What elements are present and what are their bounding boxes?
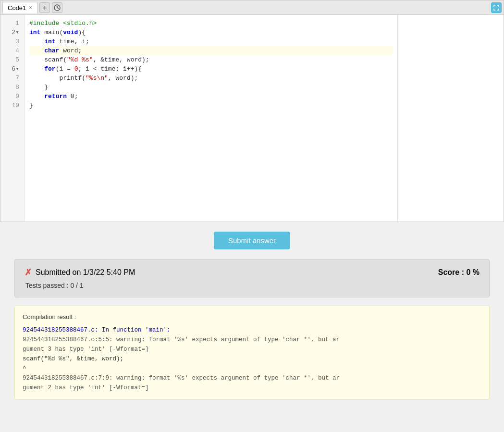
code-token: #include <stdio.h>: [29, 20, 97, 27]
line-num: 7: [0, 74, 24, 83]
code-token: }: [29, 102, 33, 109]
code-line: scanf("%d %s", &time, word);: [29, 55, 393, 64]
status-icon: ✗: [25, 267, 32, 278]
code-token: time, i;: [56, 38, 89, 45]
code-line: #include <stdio.h>: [29, 19, 393, 28]
compilation-line: 924544318255388467.c:5:5: warning: forma…: [23, 335, 481, 345]
code-line: for(i = 0; i < time; i++){: [29, 64, 393, 74]
code-line: return 0;: [29, 92, 393, 101]
compilation-line: 924544318255388467.c: In function 'main'…: [23, 325, 481, 335]
code-token: return: [44, 93, 67, 100]
compilation-box: Compilation result : 924544318255388467.…: [14, 305, 490, 400]
line-num: 6▾: [0, 64, 24, 74]
code-line: }: [29, 101, 393, 110]
line-num: 1: [0, 19, 24, 28]
code-line: int time, i;: [29, 37, 393, 46]
code-token: int: [29, 29, 40, 36]
code-token: ){: [78, 29, 86, 36]
code-line: char word;: [29, 46, 393, 55]
code-token: [29, 38, 44, 45]
code-token: ; i < time; i++){: [78, 65, 142, 73]
code-token: , word);: [108, 74, 138, 82]
line-num: 8: [0, 83, 24, 92]
line-num: 2▾: [0, 28, 24, 37]
submission-result: ✗ Submitted on 1/3/22 5:40 PM Score : 0 …: [14, 259, 490, 297]
code-line: printf("%s\n", word);: [29, 74, 393, 83]
code-line: int main(void){: [29, 28, 393, 37]
line-num: 3: [0, 37, 24, 46]
code-line: }: [29, 83, 393, 92]
tab-add-button[interactable]: +: [39, 2, 50, 13]
tab-clock-button[interactable]: [52, 2, 62, 13]
code-token: int: [44, 38, 55, 45]
code-token: [29, 93, 44, 100]
code-token: word;: [59, 47, 82, 54]
result-header: ✗ Submitted on 1/3/22 5:40 PM Score : 0 …: [25, 267, 479, 278]
tab-close-icon[interactable]: ×: [29, 4, 32, 11]
code-token: }: [29, 84, 48, 91]
code-token: void: [63, 29, 78, 36]
code-token: (i =: [56, 65, 74, 73]
compilation-lines: 924544318255388467.c: In function 'main'…: [23, 325, 481, 393]
editor-right-panel: [398, 15, 504, 222]
line-num: 5: [0, 55, 24, 64]
code-token: [29, 47, 44, 54]
fullscreen-icon: [493, 5, 499, 11]
tab-label: Code1: [8, 4, 26, 12]
code-token: printf(: [29, 74, 86, 82]
submit-button[interactable]: Submit answer: [214, 232, 290, 249]
editor-tabs: Code1 × +: [0, 0, 504, 15]
line-numbers: 12▾3456▾78910: [0, 15, 25, 222]
line-num: 4: [0, 46, 24, 55]
compilation-line: 924544318255388467.c:7:9: warning: forma…: [23, 373, 481, 383]
compilation-line: gument 3 has type 'int' [-Wformat=]: [23, 345, 481, 354]
code-token: 0;: [67, 93, 78, 100]
submit-area: Submit answer: [0, 222, 504, 259]
tests-passed: Tests passed : 0 / 1: [25, 282, 479, 289]
result-status: ✗ Submitted on 1/3/22 5:40 PM: [25, 267, 135, 278]
code-token: for: [44, 65, 55, 73]
status-text: Submitted on 1/3/22 5:40 PM: [36, 268, 135, 277]
code-token: main(: [40, 29, 63, 36]
clock-icon: [54, 4, 61, 11]
code-tab[interactable]: Code1 ×: [2, 2, 37, 13]
code-token: scanf(: [29, 56, 67, 63]
code-token: char: [44, 47, 59, 54]
code-editor[interactable]: #include <stdio.h>int main(void){ int ti…: [25, 15, 397, 222]
code-token: , &time, word);: [93, 56, 149, 63]
code-token: "%s\n": [86, 74, 108, 82]
line-num: 9: [0, 92, 24, 101]
score-label: Score : 0 %: [438, 268, 479, 277]
compilation-line: scanf("%d %s", &time, word);: [23, 354, 481, 364]
compilation-title: Compilation result :: [23, 312, 481, 322]
svg-line-2: [57, 8, 59, 9]
editor-body: 12▾3456▾78910 #include <stdio.h>int main…: [0, 15, 504, 222]
editor-container: Code1 × + 12▾3456▾78910 #include <stdi: [0, 0, 504, 222]
compilation-line: gument 2 has type 'int' [-Wformat=]: [23, 383, 481, 393]
fullscreen-button[interactable]: [491, 2, 502, 13]
code-token: [29, 65, 44, 73]
compilation-line: ^: [23, 364, 481, 373]
code-token: "%d %s": [67, 56, 93, 63]
line-num: 10: [0, 101, 24, 110]
